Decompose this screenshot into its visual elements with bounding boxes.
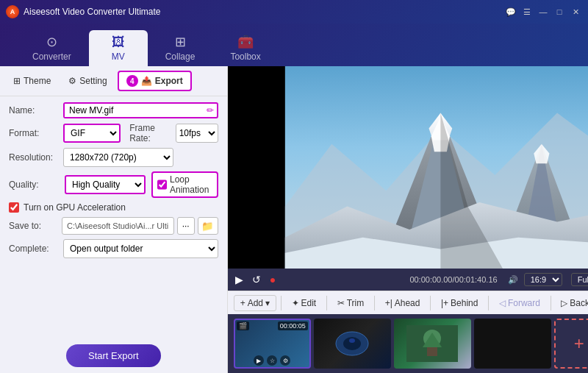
time-display: 00:00:00.00/00:01:40.16 [409,275,497,284]
gpu-row: Turn on GPU Acceleration [9,202,218,213]
quality-select[interactable]: High Quality Medium Quality Low Quality [65,175,146,194]
maximize-button[interactable]: □ [553,5,566,18]
minimize-button[interactable]: — [537,5,550,18]
thumbnail-2[interactable] [314,319,391,369]
forward-icon: ◁ [499,298,506,308]
bottom-toolbar: + Add ▾ ✦ Edit ✂ Trim +| Ahead |+ Be [228,291,588,314]
name-input[interactable] [65,104,204,117]
preview-scene: aiseesoft [228,66,588,269]
add-thumbnail-button[interactable]: + [554,319,588,369]
converter-icon: ⊙ [46,34,57,50]
app-title: Aiseesoft Video Converter Ultimate [24,7,504,17]
save-path-input[interactable] [62,217,174,235]
folder-icon: 📁 [201,221,214,232]
add-button[interactable]: + Add ▾ [234,295,276,311]
ahead-button[interactable]: +| Ahead [379,296,426,310]
ahead-icon: +| [385,298,392,308]
thumb-1-duration: 00:00:05 [278,322,308,330]
format-label: Format: [9,128,59,138]
edit-button[interactable]: ✦ Edit [286,296,323,310]
video-controls-bar: ▶ ↺ ● 00:00:00.00/00:01:40.16 🔊 16:9 4:3… [228,269,588,291]
main-content: ⊞ Theme ⚙ Setting 4 📤 Export Name: ✏ [0,66,588,373]
collage-icon: ⊞ [175,34,186,50]
right-panel: aiseesoft ▶ ↺ ● 00:00:00.00/00:01:40.16 … [228,66,588,373]
backward-button[interactable]: ▷ Backward [555,296,588,310]
theme-grid-icon: ⊞ [13,76,21,86]
tab-toolbox[interactable]: 🧰 Toolbox [212,29,278,66]
save-folder-button[interactable]: 📁 [198,217,218,235]
tab-theme[interactable]: ⊞ Theme [6,73,58,89]
loop-animation-checkbox[interactable] [157,180,167,190]
add-dropdown-icon: ▾ [265,298,270,308]
format-row: Format: GIF MP4 AVI MOV Frame Rate: 10fp… [9,123,218,143]
framerate-select[interactable]: 10fps 15fps 24fps 30fps [176,124,218,143]
start-export-button-left[interactable]: Start Export [66,344,161,367]
resolution-label: Resolution: [9,152,59,163]
scissors-icon: ✂ [337,298,345,308]
setting-gear-icon: ⚙ [68,76,76,86]
behind-button[interactable]: |+ Behind [435,296,484,310]
tab-mv[interactable]: 🖼 MV [89,30,148,66]
sub-tabs: ⊞ Theme ⚙ Setting 4 📤 Export [0,66,227,96]
gpu-acceleration-checkbox[interactable] [9,202,19,213]
thumb-1-settings[interactable]: ⚙ [280,355,290,366]
forward-button[interactable]: ◁ Forward [493,296,546,310]
loop-animation-wrap: Loop Animation [151,171,218,198]
thumbnail-1[interactable]: 🎬 00:00:05 ▶ ☆ ⚙ [234,319,311,369]
thumbnail-strip: 🎬 00:00:05 ▶ ☆ ⚙ [228,314,588,373]
thumbnail-4[interactable] [474,319,551,369]
mv-icon: 🖼 [112,35,125,50]
left-panel: ⊞ Theme ⚙ Setting 4 📤 Export Name: ✏ [0,66,228,373]
title-bar: A Aiseesoft Video Converter Ultimate 💬 ☰… [0,0,588,24]
thumb-1-badge: 🎬 [237,322,249,330]
resolution-row: Resolution: 1280x720 (720p) 1920x1080 (1… [9,148,218,167]
svg-point-15 [349,338,355,343]
thumbnail-3[interactable] [394,319,471,369]
complete-row: Complete: Open output folder Do nothing [9,239,218,258]
record-button[interactable]: ● [268,272,277,287]
aspect-ratio-select[interactable]: 16:9 4:3 1:1 [524,273,562,286]
backward-icon: ▷ [561,298,567,308]
name-input-wrap: ✏ [63,102,218,118]
quality-label: Quality: [9,180,59,190]
export-icon: 📤 [141,76,152,86]
loop-button[interactable]: ↺ [251,272,262,287]
complete-select[interactable]: Open output folder Do nothing [63,239,218,258]
resolution-select[interactable]: 1280x720 (720p) 1920x1080 (1080p) 854x48… [63,148,173,167]
save-dots-button[interactable]: ··· [177,217,195,235]
view-mode-select[interactable]: Full Fit [571,273,588,286]
thumb-1-controls: ▶ ☆ ⚙ [235,355,309,366]
name-row: Name: ✏ [9,102,218,118]
volume-icon[interactable]: 🔊 [508,275,518,285]
gpu-acceleration-label: Turn on GPU Acceleration [24,202,126,213]
tab-export[interactable]: 4 📤 Export [118,71,192,91]
svg-rect-19 [427,347,437,356]
chat-button[interactable]: 💬 [504,5,517,18]
name-label: Name: [9,105,59,116]
app-logo: A [6,5,19,18]
thumb-1-star[interactable]: ☆ [267,355,277,366]
menu-button[interactable]: ☰ [520,5,534,18]
save-to-label: Save to: [9,221,59,231]
tab-setting[interactable]: ⚙ Setting [61,73,114,89]
edit-star-icon: ✦ [292,298,299,308]
video-preview: aiseesoft [228,66,588,269]
thumb-1-play[interactable]: ▶ [254,355,264,366]
play-button[interactable]: ▶ [234,272,245,287]
tab-converter[interactable]: ⊙ Converter [15,29,89,66]
loop-animation-label: Loop Animation [170,174,212,195]
save-to-row: Save to: ··· 📁 [9,217,218,235]
complete-label: Complete: [9,244,59,254]
step-4-badge: 4 [126,75,138,87]
form-area: Name: ✏ Format: GIF MP4 AVI MOV Frame Ra… [0,96,227,338]
framerate-label: Frame Rate: [129,123,171,143]
toolbox-icon: 🧰 [237,34,254,50]
add-plus-icon: + [574,333,584,354]
trim-button[interactable]: ✂ Trim [331,296,370,310]
edit-pencil-icon[interactable]: ✏ [204,105,217,116]
close-button[interactable]: ✕ [569,5,582,18]
tab-collage[interactable]: ⊞ Collage [148,29,213,66]
window-controls: 💬 ☰ — □ ✕ [504,5,582,18]
format-select[interactable]: GIF MP4 AVI MOV [63,124,121,143]
quality-row: Quality: High Quality Medium Quality Low… [9,171,218,198]
